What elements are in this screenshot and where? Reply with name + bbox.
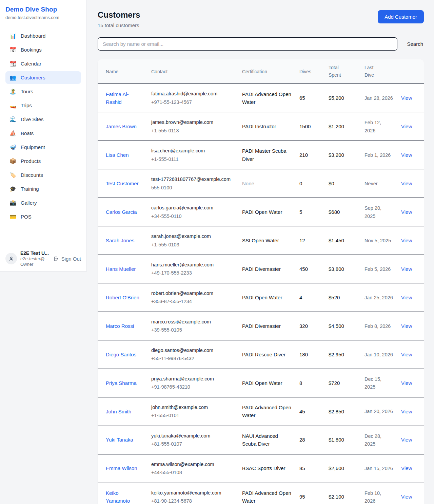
view-customer-link[interactable]: View <box>401 323 412 329</box>
view-customer-link[interactable]: View <box>401 409 412 414</box>
customer-name-link[interactable]: Keiko Yamamoto <box>106 489 143 504</box>
customer-dives: 450 <box>299 266 308 272</box>
customer-last-dive: Jan 20, 2026 <box>364 409 393 414</box>
sidebar-item-bookings[interactable]: 📅 Bookings <box>5 43 81 56</box>
customer-phone: +353-87-555-1234 <box>151 298 234 305</box>
customer-name-link[interactable]: Fatima Al-Rashid <box>106 90 143 106</box>
customer-row: Keiko Yamamoto keiko.yamamoto@example.co… <box>98 483 424 504</box>
customer-email: fatima.alrashid@example.com <box>151 90 234 97</box>
sidebar-item-discounts[interactable]: 🏷️ Discounts <box>5 169 81 181</box>
customer-name-link[interactable]: Emma Wilson <box>106 464 137 472</box>
customer-name-link[interactable]: Lisa Chen <box>106 151 129 159</box>
customer-name-link[interactable]: Diego Santos <box>106 351 136 358</box>
nav-item-label: Tours <box>21 89 33 94</box>
customer-last-dive: Jan 15, 2026 <box>364 466 393 471</box>
view-customer-link[interactable]: View <box>401 209 412 215</box>
customer-phone: +1-555-0103 <box>151 241 234 248</box>
customer-row: Hans Mueller hans.mueller@example.com +4… <box>98 255 424 283</box>
customer-last-dive: Feb 12, 2026 <box>364 120 381 133</box>
customer-row: John Smith john.smith@example.com +1-555… <box>98 397 424 426</box>
customer-name-link[interactable]: Robert O'Brien <box>106 294 139 301</box>
view-customer-link[interactable]: View <box>401 266 412 272</box>
calendar-date-icon: 📅 <box>9 46 16 53</box>
view-customer-link[interactable]: View <box>401 494 412 500</box>
customer-name-link[interactable]: Test Customer <box>106 180 139 187</box>
view-customer-link[interactable]: View <box>401 380 412 386</box>
sidebar-item-gallery[interactable]: 📸 Gallery <box>5 197 81 209</box>
logout-icon <box>53 256 59 262</box>
customer-certification: BSAC Sports Diver <box>242 465 285 471</box>
sidebar-item-equipment[interactable]: 🤿 Equipment <box>5 141 81 153</box>
nav-item-label: Trips <box>21 102 32 108</box>
view-customer-link[interactable]: View <box>401 295 412 300</box>
page-title: Customers <box>98 10 140 20</box>
add-customer-button[interactable]: Add Customer <box>378 10 424 23</box>
customer-dives: 4 <box>299 295 302 300</box>
view-customer-link[interactable]: View <box>401 181 412 186</box>
sidebar: Demo Dive Shop demo.test.divestreams.com… <box>0 0 87 272</box>
sidebar-item-products[interactable]: 📦 Products <box>5 155 81 167</box>
customer-total-spent: $3,200 <box>329 152 344 158</box>
customer-last-dive: Jan 10, 2026 <box>364 352 393 357</box>
customer-name-link[interactable]: James Brown <box>106 123 137 130</box>
column-actions <box>397 59 424 84</box>
search-button[interactable]: Search <box>406 38 424 50</box>
customer-total-spent: $2,850 <box>329 409 344 414</box>
column-certification: Certification <box>238 59 295 84</box>
user-name: E2E Test U... <box>20 250 50 256</box>
sign-out-button[interactable]: Sign Out <box>53 256 81 262</box>
tear-off-calendar-icon: 📆 <box>9 60 16 67</box>
customer-certification: PADI Open Water <box>242 209 282 215</box>
view-customer-link[interactable]: View <box>401 124 412 129</box>
customers-table: Name Contact Certification Dives Total S… <box>98 59 424 504</box>
sidebar-item-customers[interactable]: 👥 Customers <box>5 71 81 84</box>
brand-block: Demo Dive Shop demo.test.divestreams.com <box>0 0 86 25</box>
customer-email: sarah.jones@example.com <box>151 232 234 240</box>
customer-total-spent: $720 <box>329 380 340 386</box>
view-customer-link[interactable]: View <box>401 238 412 243</box>
customer-name-link[interactable]: Priya Sharma <box>106 379 137 387</box>
wave-icon: 🌊 <box>9 116 16 123</box>
customer-name-link[interactable]: Marco Rossi <box>106 322 134 330</box>
customer-phone: +44-555-0108 <box>151 469 234 476</box>
customer-certification: PADI Advanced Open Water <box>242 490 291 504</box>
avatar <box>5 253 17 264</box>
view-customer-link[interactable]: View <box>401 152 412 158</box>
sidebar-item-trips[interactable]: 🚤 Trips <box>5 99 81 112</box>
customer-last-dive: Jan 25, 2026 <box>364 295 393 300</box>
customer-table-body: Fatima Al-Rashid fatima.alrashid@example… <box>98 84 424 504</box>
customer-last-dive: Dec 15, 2025 <box>364 376 381 390</box>
customer-last-dive: Nov 5, 2025 <box>364 238 391 243</box>
sidebar-item-dive-sites[interactable]: 🌊 Dive Sites <box>5 113 81 126</box>
view-customer-link[interactable]: View <box>401 465 412 471</box>
sidebar-item-pos[interactable]: 💳 POS <box>5 210 81 223</box>
customer-dives: 320 <box>299 323 308 329</box>
bar-chart-icon: 📊 <box>9 33 16 39</box>
sidebar-item-calendar[interactable]: 📆 Calendar <box>5 57 81 70</box>
customer-total-spent: $1,200 <box>329 124 344 129</box>
nav-item-label: Products <box>21 158 41 164</box>
customer-dives: 210 <box>299 152 308 158</box>
customer-certification: PADI Master Scuba Diver <box>242 148 287 162</box>
view-customer-link[interactable]: View <box>401 95 412 101</box>
customer-name-link[interactable]: Hans Mueller <box>106 265 136 273</box>
search-bar: Search <box>98 37 424 51</box>
customer-name-link[interactable]: Yuki Tanaka <box>106 436 133 444</box>
sidebar-item-dashboard[interactable]: 📊 Dashboard <box>5 30 81 42</box>
main-content: Customers 15 total customers Add Custome… <box>87 0 434 504</box>
customer-email: hans.mueller@example.com <box>151 261 234 268</box>
view-customer-link[interactable]: View <box>401 437 412 443</box>
customer-name-link[interactable]: Sarah Jones <box>106 237 134 244</box>
sidebar-item-boats[interactable]: ⛵ Boats <box>5 127 81 139</box>
view-customer-link[interactable]: View <box>401 352 412 357</box>
customer-name-link[interactable]: Carlos Garcia <box>106 208 137 216</box>
sidebar-item-training[interactable]: 🎓 Training <box>5 183 81 195</box>
sidebar-item-tours[interactable]: 🏝️ Tours <box>5 85 81 98</box>
customer-email: test-1772681807767@example.com <box>151 175 234 183</box>
customer-phone: 555-0100 <box>151 184 234 191</box>
customer-total-spent: $2,600 <box>329 465 344 471</box>
customer-row: Carlos Garcia carlos.garcia@example.com … <box>98 198 424 226</box>
search-input[interactable] <box>98 37 397 51</box>
customer-name-link[interactable]: John Smith <box>106 408 131 415</box>
customer-row: Priya Sharma priya.sharma@example.com +9… <box>98 369 424 397</box>
